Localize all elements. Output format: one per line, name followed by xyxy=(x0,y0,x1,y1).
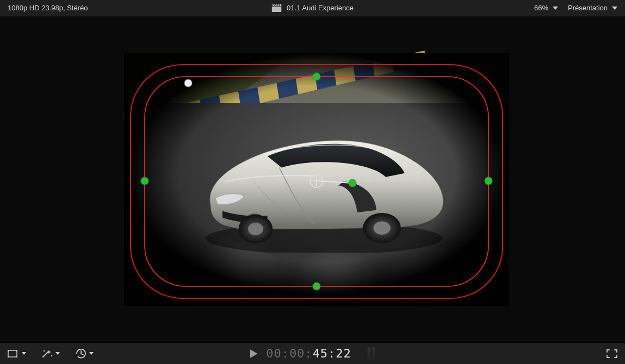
svg-rect-16 xyxy=(8,356,9,357)
chevron-down-icon xyxy=(22,352,26,355)
fullscreen-button[interactable] xyxy=(607,349,617,358)
svg-point-19 xyxy=(51,355,52,356)
view-menu-label: Présentation xyxy=(568,4,608,12)
zoom-level-label: 66% xyxy=(534,4,548,12)
svg-rect-14 xyxy=(8,350,9,352)
clip-title: 01.1 Audi Experience xyxy=(287,4,354,12)
svg-rect-13 xyxy=(8,350,17,357)
zoom-menu[interactable]: 66% xyxy=(534,4,558,12)
chevron-down-icon xyxy=(553,7,558,10)
play-button[interactable] xyxy=(250,349,257,358)
car-illustration xyxy=(178,111,471,253)
view-menu[interactable]: Présentation xyxy=(568,4,617,12)
svg-point-18 xyxy=(44,350,45,351)
svg-point-8 xyxy=(248,223,263,235)
svg-rect-17 xyxy=(16,356,17,357)
viewer-canvas[interactable] xyxy=(0,16,625,342)
svg-rect-0 xyxy=(271,7,281,12)
chevron-down-icon xyxy=(55,352,60,355)
svg-point-10 xyxy=(374,222,391,235)
viewer-toolbar: 00:00:45:22 xyxy=(0,342,625,364)
chevron-down-icon xyxy=(89,352,94,355)
chevron-down-icon xyxy=(612,7,617,10)
transform-tool-menu[interactable] xyxy=(8,349,26,358)
timecode-value: 45:22 xyxy=(313,347,351,360)
clip-title-group[interactable]: 01.1 Audi Experience xyxy=(271,4,354,12)
svg-rect-15 xyxy=(16,350,17,352)
timecode-prefix: 00:00: xyxy=(266,347,312,360)
audio-level-meters xyxy=(368,347,375,360)
clapperboard-icon xyxy=(271,4,281,12)
timecode-display[interactable]: 00:00:45:22 xyxy=(266,347,351,360)
viewer-header: 1080p HD 23.98p, Stéréo 01.1 Audi Experi… xyxy=(0,0,625,16)
retime-tool-menu[interactable] xyxy=(75,349,94,359)
video-frame xyxy=(124,53,509,306)
enhancement-tool-menu[interactable] xyxy=(41,349,60,359)
project-format-label: 1080p HD 23.98p, Stéréo xyxy=(8,4,88,12)
